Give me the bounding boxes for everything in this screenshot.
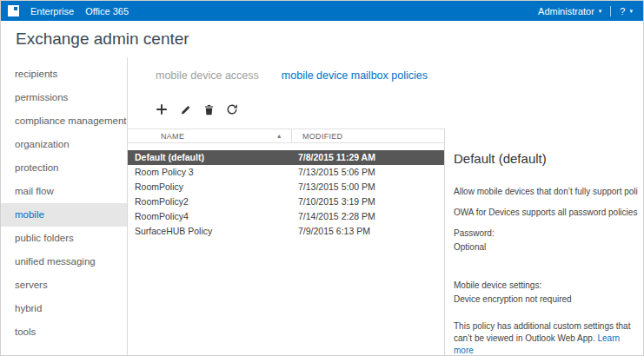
table-row[interactable]: RoomPolicy7/13/2015 5:00 PM xyxy=(128,180,444,194)
password-value: Optional xyxy=(454,242,638,253)
help-menu[interactable]: ? ▾ xyxy=(620,6,633,16)
policy-modified: 7/8/2015 11:29 AM xyxy=(291,150,444,165)
custom-settings-note: This policy has additional custom settin… xyxy=(454,320,638,355)
topbar-divider xyxy=(610,6,611,16)
details-pane: Default (default) Allow mobile devices t… xyxy=(444,129,643,355)
user-menu[interactable]: Administrator ▾ xyxy=(538,6,601,16)
refresh-button[interactable] xyxy=(224,102,240,117)
page-title: Exchange admin center xyxy=(16,30,643,49)
name-column-label: NAME xyxy=(161,132,184,141)
device-settings-label: Mobile device settings: xyxy=(454,280,638,291)
main-area: mobile device accessmobile device mailbo… xyxy=(128,57,643,355)
column-header-modified[interactable]: MODIFIED xyxy=(291,129,444,142)
exchange-admin-center-window: Enterprise Office 365 Administrator ▾ ? … xyxy=(0,0,644,356)
table-header: NAME ▲ MODIFIED xyxy=(128,129,444,143)
tab-mobile-device-access[interactable]: mobile device access xyxy=(156,69,259,90)
sort-ascending-icon: ▲ xyxy=(276,133,282,139)
help-label: ? xyxy=(620,6,625,16)
office-logo[interactable] xyxy=(8,5,19,16)
sidebar-item-protection[interactable]: protection xyxy=(1,156,127,180)
policy-list: Default (default)7/8/2015 11:29 AMRoom P… xyxy=(128,150,444,239)
chevron-down-icon: ▾ xyxy=(599,8,602,15)
table-row[interactable]: Room Policy 37/13/2015 5:06 PM xyxy=(128,165,444,180)
main-body: NAME ▲ MODIFIED Default (default)7/8/201… xyxy=(128,90,643,355)
trash-icon xyxy=(203,104,215,115)
topbar-enterprise[interactable]: Enterprise xyxy=(30,6,74,16)
sidebar-item-organization[interactable]: organization xyxy=(1,133,127,156)
content: recipientspermissionscompliance manageme… xyxy=(1,57,643,355)
page-header: Exchange admin center xyxy=(1,21,643,57)
modified-column-label: MODIFIED xyxy=(302,132,342,141)
device-settings-value: Device encryption not required xyxy=(454,294,638,305)
add-button[interactable] xyxy=(154,102,169,117)
sidebar-item-hybrid[interactable]: hybrid xyxy=(1,297,127,320)
password-label: Password: xyxy=(454,228,638,239)
sidebar-item-unified-messaging[interactable]: unified messaging xyxy=(1,250,127,274)
sidebar-item-mobile[interactable]: mobile xyxy=(1,203,127,227)
details-title: Default (default) xyxy=(454,151,638,166)
sidebar-item-mail-flow[interactable]: mail flow xyxy=(1,180,127,203)
policy-modified: 7/14/2015 2:28 PM xyxy=(291,209,444,224)
policy-modified: 7/13/2015 5:00 PM xyxy=(291,180,444,194)
topbar: Enterprise Office 365 Administrator ▾ ? … xyxy=(1,1,643,21)
chevron-down-icon: ▾ xyxy=(629,8,633,15)
sidebar: recipientspermissionscompliance manageme… xyxy=(1,57,128,355)
topbar-right: Administrator ▾ ? ▾ xyxy=(538,6,633,16)
pencil-icon xyxy=(180,104,191,115)
column-header-name[interactable]: NAME ▲ xyxy=(128,129,291,142)
refresh-icon xyxy=(226,103,238,115)
policy-modified: 7/9/2015 6:13 PM xyxy=(291,224,444,239)
tab-strip: mobile device accessmobile device mailbo… xyxy=(128,57,643,90)
sidebar-item-tools[interactable]: tools xyxy=(1,320,127,344)
topbar-left: Enterprise Office 365 xyxy=(8,5,129,16)
table-row[interactable]: RoomPolicy47/14/2015 2:28 PM xyxy=(128,209,444,224)
sidebar-item-compliance-management[interactable]: compliance management xyxy=(1,109,127,133)
tab-mobile-device-mailbox-policies[interactable]: mobile device mailbox policies xyxy=(282,69,428,90)
policy-name: Default (default) xyxy=(128,150,291,165)
sidebar-item-public-folders[interactable]: public folders xyxy=(1,227,127,250)
user-name: Administrator xyxy=(538,6,594,16)
policy-name: RoomPolicy4 xyxy=(128,209,291,224)
delete-button[interactable] xyxy=(201,102,216,117)
table-row[interactable]: SurfaceHUB Policy7/9/2015 6:13 PM xyxy=(128,224,444,239)
table-row[interactable]: Default (default)7/8/2015 11:29 AM xyxy=(128,150,444,165)
edit-button[interactable] xyxy=(177,102,193,117)
policy-name: RoomPolicy2 xyxy=(128,194,291,209)
policy-name: Room Policy 3 xyxy=(128,165,291,180)
sidebar-item-recipients[interactable]: recipients xyxy=(1,63,127,86)
policy-modified: 7/10/2015 3:19 PM xyxy=(291,194,444,209)
plus-icon xyxy=(156,103,168,115)
toolbar xyxy=(128,90,444,129)
topbar-office365[interactable]: Office 365 xyxy=(85,6,129,16)
policy-list-pane: NAME ▲ MODIFIED Default (default)7/8/201… xyxy=(128,90,444,355)
policy-modified: 7/13/2015 5:06 PM xyxy=(291,165,444,180)
table-row[interactable]: RoomPolicy27/10/2015 3:19 PM xyxy=(128,194,444,209)
policy-name: RoomPolicy xyxy=(128,180,291,194)
details-description: Allow mobile devices that don’t fully su… xyxy=(454,187,638,197)
sidebar-item-servers[interactable]: servers xyxy=(1,274,127,297)
policy-name: SurfaceHUB Policy xyxy=(128,224,291,239)
details-owa-note: OWA for Devices supports all password po… xyxy=(454,208,638,218)
sidebar-item-permissions[interactable]: permissions xyxy=(1,86,127,109)
